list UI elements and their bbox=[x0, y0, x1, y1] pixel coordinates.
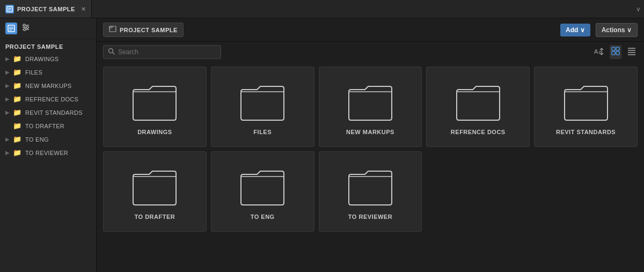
sidebar-item-label: TO REVIEWER bbox=[25, 150, 68, 156]
folder-icon: 📁 bbox=[13, 68, 21, 76]
sidebar-item-new-markups[interactable]: ▶ 📁 NEW MARKUPS bbox=[0, 79, 96, 92]
folder-icon: 📁 bbox=[13, 122, 21, 130]
sidebar-item-label: FILES bbox=[25, 69, 42, 76]
content-area: PROJECT SAMPLE Add ∨ Actions ∨ bbox=[97, 18, 644, 272]
folder-icon: 📁 bbox=[13, 108, 21, 116]
chevron-icon: ▶ bbox=[5, 56, 10, 62]
sidebar-item-to-drafter[interactable]: ▶ 📁 TO DRAFTER bbox=[0, 119, 96, 133]
svg-rect-23 bbox=[612, 52, 615, 55]
svg-text:A: A bbox=[594, 48, 598, 55]
sidebar-item-files[interactable]: ▶ 📁 FILES bbox=[0, 65, 96, 79]
sidebar-item-label: REVIT STANDARDS bbox=[25, 109, 83, 116]
search-box bbox=[103, 45, 221, 59]
sidebar-item-revit-standards[interactable]: ▶ 📁 REVIT STANDARDS bbox=[0, 106, 96, 119]
svg-point-13 bbox=[24, 28, 26, 31]
folder-icon: 📁 bbox=[13, 82, 21, 90]
svg-rect-15 bbox=[109, 26, 112, 28]
sidebar-item-label: TO ENG bbox=[25, 136, 49, 143]
chevron-icon: ▶ bbox=[5, 69, 10, 75]
svg-point-9 bbox=[23, 24, 25, 26]
sort-button[interactable]: A Z bbox=[592, 46, 605, 59]
folder-label-refrence-docs: REFRENCE DOCS bbox=[451, 129, 506, 135]
folder-icon: 📁 bbox=[13, 149, 21, 157]
folder-label-new-markups: NEW MARKUPS bbox=[346, 129, 394, 135]
tab-bar: PROJECT SAMPLE × ∨ bbox=[0, 0, 644, 18]
sidebar-tune-icon[interactable] bbox=[21, 23, 30, 34]
add-button[interactable]: Add ∨ bbox=[560, 24, 590, 36]
sidebar-item-label: REFRENCE DOCS bbox=[25, 96, 78, 102]
folder-label-to-eng: TO ENG bbox=[251, 214, 275, 220]
svg-rect-24 bbox=[616, 52, 619, 55]
svg-rect-14 bbox=[109, 26, 116, 32]
grid-view-button[interactable] bbox=[610, 45, 621, 59]
tab-icon bbox=[5, 5, 14, 13]
folder-refrence-docs[interactable]: REFRENCE DOCS bbox=[426, 67, 530, 147]
breadcrumb: PROJECT SAMPLE bbox=[103, 23, 184, 37]
tab-close-button[interactable]: × bbox=[82, 5, 86, 13]
folder-new-markups[interactable]: NEW MARKUPS bbox=[319, 67, 422, 147]
chevron-icon: ▶ bbox=[5, 96, 10, 102]
sidebar-doc-icon bbox=[5, 23, 17, 34]
list-view-button[interactable] bbox=[626, 45, 638, 59]
project-tab[interactable]: PROJECT SAMPLE × bbox=[0, 0, 92, 18]
folder-revit-standards[interactable]: REVIT STANDARDS bbox=[534, 67, 638, 147]
add-label: Add ∨ bbox=[566, 26, 585, 34]
toolbar: A Z bbox=[97, 42, 644, 62]
sidebar-item-to-eng[interactable]: ▶ 📁 TO ENG bbox=[0, 133, 96, 146]
chevron-icon: ▶ bbox=[5, 109, 10, 115]
search-icon bbox=[108, 48, 115, 56]
svg-line-17 bbox=[113, 53, 115, 55]
breadcrumb-icon bbox=[109, 25, 116, 34]
folder-icon: 📁 bbox=[13, 135, 21, 143]
main-layout: PROJECT SAMPLE ▶ 📁 DRAWINGS ▶ 📁 FILES ▶ … bbox=[0, 18, 644, 272]
folder-icon: 📁 bbox=[13, 95, 21, 103]
search-input[interactable] bbox=[118, 48, 216, 56]
folder-label-to-reviewer: TO REVIEWER bbox=[348, 214, 392, 220]
sidebar-project-label: PROJECT SAMPLE bbox=[0, 39, 96, 52]
actions-button[interactable]: Actions ∨ bbox=[596, 23, 638, 37]
folder-files[interactable]: FILES bbox=[211, 67, 314, 147]
content-header: PROJECT SAMPLE Add ∨ Actions ∨ bbox=[97, 18, 644, 42]
folder-drawings[interactable]: DRAWINGS bbox=[103, 67, 207, 147]
folder-label-files: FILES bbox=[253, 129, 272, 135]
sidebar-item-refrence-docs[interactable]: ▶ 📁 REFRENCE DOCS bbox=[0, 92, 96, 106]
sidebar-item-drawings[interactable]: ▶ 📁 DRAWINGS bbox=[0, 52, 96, 65]
sidebar-item-to-reviewer[interactable]: ▶ 📁 TO REVIEWER bbox=[0, 146, 96, 159]
breadcrumb-label: PROJECT SAMPLE bbox=[120, 27, 178, 33]
svg-rect-21 bbox=[612, 47, 615, 50]
folder-to-drafter[interactable]: TO DRAFTER bbox=[103, 151, 207, 232]
chevron-icon: ▶ bbox=[5, 83, 10, 89]
folder-to-reviewer[interactable]: TO REVIEWER bbox=[319, 151, 422, 232]
chevron-icon: ▶ bbox=[5, 136, 10, 142]
folder-label-drawings: DRAWINGS bbox=[137, 129, 172, 135]
tab-bar-chevron[interactable]: ∨ bbox=[636, 5, 641, 13]
folder-icon: 📁 bbox=[13, 55, 21, 63]
empty-cell-2 bbox=[534, 151, 638, 232]
sidebar-item-label: TO DRAFTER bbox=[25, 123, 64, 129]
sidebar-item-label: DRAWINGS bbox=[25, 56, 59, 62]
svg-point-11 bbox=[26, 26, 28, 28]
svg-rect-22 bbox=[616, 47, 619, 50]
folder-label-revit-standards: REVIT STANDARDS bbox=[556, 129, 616, 135]
chevron-icon: ▶ bbox=[5, 150, 10, 156]
sidebar: PROJECT SAMPLE ▶ 📁 DRAWINGS ▶ 📁 FILES ▶ … bbox=[0, 18, 97, 272]
folder-label-to-drafter: TO DRAFTER bbox=[135, 214, 175, 220]
sidebar-header bbox=[0, 18, 96, 39]
empty-cell-1 bbox=[426, 151, 530, 232]
actions-label: Actions ∨ bbox=[602, 26, 632, 34]
sidebar-item-label: NEW MARKUPS bbox=[25, 83, 71, 89]
folder-to-eng[interactable]: TO ENG bbox=[211, 151, 314, 232]
tab-label: PROJECT SAMPLE bbox=[17, 6, 75, 12]
